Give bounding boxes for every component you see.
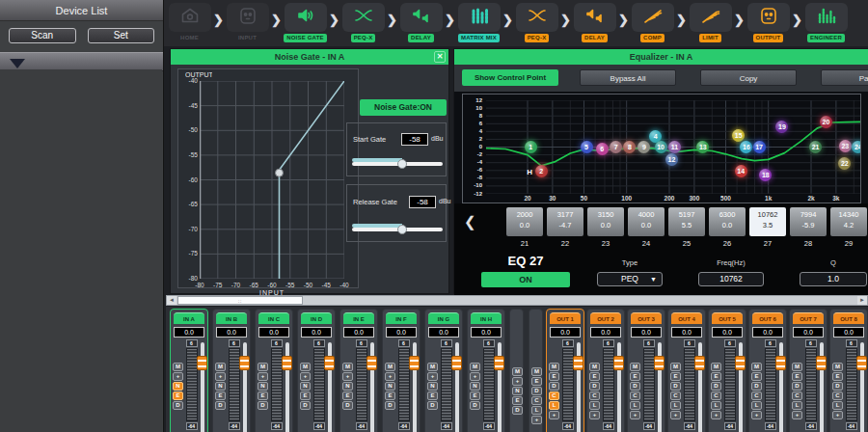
channel-button-d[interactable]: D (427, 401, 438, 410)
fader-track[interactable] (860, 342, 864, 432)
scrollbar-thumb[interactable]: ∷ (177, 296, 303, 305)
channel-button-c[interactable]: C (630, 392, 640, 400)
channel-button-+[interactable]: + (832, 411, 843, 419)
channel-button-m[interactable]: M (832, 363, 843, 371)
eq-plot-area[interactable]: 1H2456789101112131415161718192021222324 (486, 100, 861, 194)
fader-handle[interactable] (613, 356, 624, 370)
channel-button-c[interactable]: C (670, 392, 681, 400)
q-field[interactable]: 1.0 (800, 272, 867, 286)
channel-button-e[interactable]: E (215, 392, 226, 400)
channel-button-n[interactable]: N (300, 382, 311, 391)
channel-button-d[interactable]: D (549, 382, 559, 391)
channel-tab[interactable]: OUT 2 (590, 312, 621, 324)
toolbar-item-delay[interactable]: DELAY (398, 3, 444, 42)
fader-track[interactable] (739, 342, 743, 432)
channel-tab[interactable]: IN H (471, 312, 502, 324)
channel-button-d[interactable]: D (589, 382, 600, 391)
channel-button-l[interactable]: L (630, 401, 640, 410)
channel-button-+[interactable]: + (173, 372, 183, 381)
channel-gain-value[interactable]: 0.0 (752, 327, 783, 338)
channel-strip-in-c[interactable]: IN C0.0M+NED6-64 (255, 309, 293, 432)
toolbar-item-home[interactable]: HOME (167, 3, 212, 42)
channel-button-e[interactable]: E (630, 372, 640, 381)
channel-button-n[interactable]: N (470, 382, 480, 391)
fader-handle[interactable] (735, 356, 746, 370)
channel-strip-in-b[interactable]: IN B0.0M+NED6-64 (212, 309, 251, 432)
channel-button-m[interactable]: M (470, 363, 480, 371)
channel-button-m[interactable]: M (512, 367, 523, 376)
scroll-right-icon[interactable]: ► (857, 296, 867, 305)
channel-button-n[interactable]: N (385, 382, 395, 391)
channel-gain-value[interactable]: 0.0 (631, 327, 662, 338)
toolbar-item-output[interactable]: OUTPUT (746, 3, 791, 42)
fader-handle[interactable] (816, 356, 827, 370)
toolbar-item-input[interactable]: INPUT (225, 3, 270, 42)
channel-tab[interactable]: IN B (216, 312, 247, 324)
channel-strip-in-f[interactable]: IN F0.0M+NED6-64 (382, 309, 420, 432)
eq-band-cell[interactable]: 107623.5 (749, 207, 786, 236)
channel-button-+[interactable]: + (589, 411, 600, 419)
channel-button-+[interactable]: + (711, 411, 721, 419)
show-control-point-button[interactable]: Show Control Point (462, 69, 558, 86)
bands-scroll-left-icon[interactable]: ❮ (464, 213, 476, 230)
channel-button-e[interactable]: E (589, 372, 600, 381)
channel-gain-value[interactable]: 0.0 (712, 327, 743, 338)
toolbar-item-limit[interactable]: LIMIT (688, 3, 733, 42)
channel-button-c[interactable]: C (549, 392, 559, 400)
fader-track[interactable] (328, 342, 332, 432)
channel-button-d[interactable]: D (792, 382, 802, 391)
channel-button-m[interactable]: M (792, 363, 802, 371)
channel-strip-out-4[interactable]: OUT 40.0MEDCL+6-64 (667, 309, 706, 432)
fader-track[interactable] (498, 342, 502, 432)
channel-gain-value[interactable]: 0.0 (174, 327, 204, 338)
channel-strip-out-6[interactable]: OUT 60.0MEDCL+6-64 (748, 309, 787, 432)
bypass-all-button[interactable]: Bypass All (580, 69, 676, 86)
channel-button-c[interactable]: C (751, 392, 762, 400)
channel-button-n[interactable]: N (427, 382, 438, 391)
channel-button-d[interactable]: D (385, 401, 395, 410)
channel-tab[interactable]: IN A (174, 312, 204, 324)
eq-control-point[interactable]: 11 (668, 141, 681, 153)
freq-field[interactable]: 10762 (698, 272, 764, 286)
channel-button-e[interactable]: E (300, 392, 311, 400)
fader-handle[interactable] (324, 356, 335, 370)
channel-button-+[interactable]: + (258, 372, 268, 381)
channel-tab[interactable]: OUT 3 (631, 312, 662, 324)
channel-tab[interactable]: OUT 7 (793, 312, 824, 324)
eq-band-cell[interactable]: 3177-4.7 (547, 207, 583, 236)
channel-gain-value[interactable]: 0.0 (258, 327, 289, 338)
channel-button-n[interactable]: N (215, 382, 226, 391)
channel-tab[interactable]: OUT 8 (833, 312, 864, 324)
channel-button-l[interactable]: L (670, 401, 681, 410)
channel-button-m[interactable]: M (670, 363, 681, 371)
fader-track[interactable] (617, 342, 621, 432)
eq-control-point[interactable]: 2 (535, 165, 548, 177)
channel-tab[interactable]: IN F (386, 312, 417, 324)
channel-button-m[interactable]: M (630, 363, 640, 371)
channel-button-+[interactable]: + (630, 411, 640, 419)
type-dropdown[interactable]: PEQ ▼ (597, 272, 663, 286)
channel-button-m[interactable]: M (300, 363, 311, 371)
channel-tab[interactable]: OUT 1 (550, 312, 581, 324)
fader-handle[interactable] (409, 356, 420, 370)
channel-tab[interactable]: OUT 6 (752, 312, 783, 324)
channel-button-l[interactable]: L (751, 401, 762, 410)
channel-button-l[interactable]: L (531, 406, 542, 415)
eq-control-point[interactable]: 1 (525, 141, 537, 153)
channel-gain-value[interactable]: 0.0 (833, 327, 864, 338)
scan-button[interactable]: Scan (9, 28, 76, 43)
fader-track[interactable] (201, 342, 204, 432)
channel-gain-value[interactable]: 0.0 (343, 327, 374, 338)
channel-button-+[interactable]: + (531, 416, 542, 424)
channel-strip-in-d[interactable]: IN D0.0M+NED6-64 (297, 309, 336, 432)
channel-button-d[interactable]: D (711, 382, 721, 391)
channel-strip-out-8[interactable]: OUT 80.0MEDCL+6-64 (829, 309, 868, 432)
channel-button-c[interactable]: C (792, 392, 802, 400)
channel-button-l[interactable]: L (549, 401, 559, 410)
channel-gain-value[interactable]: 0.0 (386, 327, 417, 338)
channel-gain-value[interactable]: 0.0 (793, 327, 824, 338)
channel-button-e[interactable]: E (792, 372, 802, 381)
toolbar-item-peq-x[interactable]: PEQ-X (340, 3, 386, 42)
channel-button-e[interactable]: E (470, 392, 480, 400)
channel-gain-value[interactable]: 0.0 (671, 327, 702, 338)
